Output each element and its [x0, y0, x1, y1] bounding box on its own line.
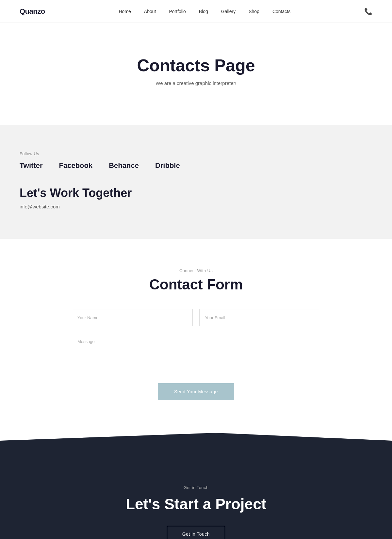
page-title: Contacts Page	[20, 56, 372, 75]
triangle-divider	[0, 433, 392, 459]
phone-icon[interactable]: 📞	[364, 8, 372, 15]
social-links: Twitter Facebook Behance Dribble	[20, 161, 372, 170]
cta-button[interactable]: Get in Touch	[167, 526, 225, 539]
form-message-wrapper	[72, 333, 320, 373]
email-input[interactable]	[199, 309, 320, 326]
message-textarea[interactable]	[72, 333, 320, 372]
nav-portfolio[interactable]: Portfolio	[169, 9, 186, 14]
twitter-link[interactable]: Twitter	[20, 161, 42, 170]
connect-label: Connect With Us	[20, 268, 372, 273]
work-together: Let's Work Together info@website.com	[20, 186, 372, 209]
site-header: Quanzo Home About Portfolio Blog Gallery…	[0, 0, 392, 23]
work-together-heading: Let's Work Together	[20, 186, 372, 200]
submit-button[interactable]: Send Your Message	[158, 383, 234, 400]
facebook-link[interactable]: Facebook	[59, 161, 92, 170]
nav-contacts[interactable]: Contacts	[272, 9, 290, 14]
logo[interactable]: Quanzo	[20, 7, 45, 16]
form-name-email-row	[72, 309, 320, 326]
work-together-email[interactable]: info@website.com	[20, 204, 372, 209]
follow-section: Follow Us Twitter Facebook Behance Dribb…	[0, 125, 392, 239]
main-nav: Home About Portfolio Blog Gallery Shop C…	[119, 9, 291, 14]
triangle-shape	[0, 433, 392, 459]
dribble-link[interactable]: Dribble	[155, 161, 180, 170]
cta-section: Get in Touch Let's Start a Project Get i…	[0, 459, 392, 539]
cta-heading: Let's Start a Project	[20, 495, 372, 513]
nav-about[interactable]: About	[144, 9, 156, 14]
nav-home[interactable]: Home	[119, 9, 131, 14]
nav-shop[interactable]: Shop	[249, 9, 259, 14]
hero-subtitle: We are a creative graphic interpreter!	[20, 80, 372, 86]
nav-blog[interactable]: Blog	[199, 9, 208, 14]
behance-link[interactable]: Behance	[109, 161, 139, 170]
cta-label: Get in Touch	[20, 485, 372, 490]
name-input[interactable]	[72, 309, 193, 326]
nav-gallery[interactable]: Gallery	[221, 9, 236, 14]
contact-section: Connect With Us Contact Form Send Your M…	[0, 239, 392, 433]
contact-form-heading: Contact Form	[20, 276, 372, 293]
hero-section: Contacts Page We are a creative graphic …	[0, 23, 392, 125]
follow-label: Follow Us	[20, 151, 372, 156]
